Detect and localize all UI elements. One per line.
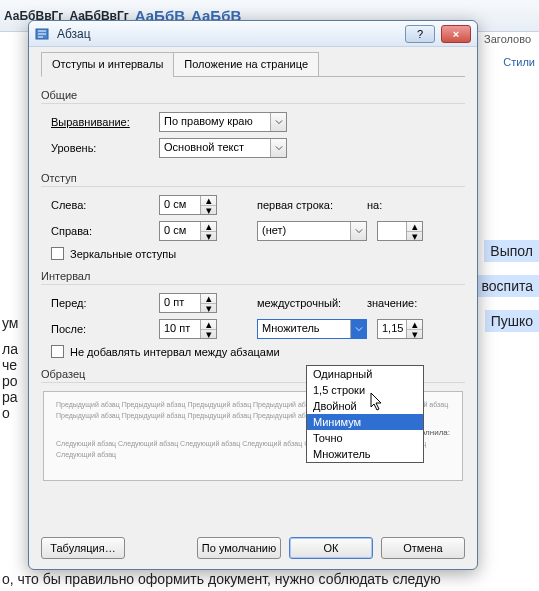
firstline-label: первая строка: [257, 199, 367, 211]
bg-highlighted-text: Выпол [484, 240, 539, 262]
spin-down-icon[interactable]: ▾ [201, 205, 216, 214]
linespacing-dropdown-list[interactable]: Одинарный 1,5 строки Двойной Минимум Точ… [306, 365, 424, 463]
value-label: значение: [367, 297, 427, 309]
section-general: Общие [41, 89, 465, 104]
chevron-down-icon [270, 113, 286, 131]
cancel-button[interactable]: Отмена [381, 537, 465, 559]
tab-strip: Отступы и интервалы Положение на страниц… [41, 51, 465, 77]
default-button[interactable]: По умолчанию [197, 537, 281, 559]
by-label: на: [367, 199, 407, 211]
styles-button[interactable]: Стили [503, 56, 535, 68]
bg-highlighted-text: воспита [475, 275, 539, 297]
spin-down-icon[interactable]: ▾ [407, 329, 422, 338]
linespacing-combo[interactable]: Множитель [257, 319, 367, 339]
bg-text: о, что бы правильно оформить документ, н… [2, 571, 441, 587]
dropdown-option[interactable]: Точно [307, 430, 423, 446]
by-spin[interactable]: ▴▾ [377, 221, 423, 241]
no-space-checkbox[interactable] [51, 345, 64, 358]
section-indent: Отступ [41, 172, 465, 187]
dropdown-option[interactable]: Двойной [307, 398, 423, 414]
indent-left-label: Слева: [51, 199, 159, 211]
bg-text: ум [2, 315, 18, 331]
before-spin[interactable]: 0 пт ▴▾ [159, 293, 217, 313]
chevron-down-icon [270, 139, 286, 157]
indent-right-spin[interactable]: 0 см ▴▾ [159, 221, 217, 241]
dropdown-option[interactable]: 1,5 строки [307, 382, 423, 398]
ok-button[interactable]: ОК [289, 537, 373, 559]
value-spin[interactable]: 1,15 ▴▾ [377, 319, 423, 339]
paragraph-dialog: Абзац ? × Отступы и интервалы Положение … [28, 20, 478, 570]
dialog-icon [35, 26, 51, 42]
bg-text: о [2, 405, 18, 421]
firstline-combo[interactable]: (нет) [257, 221, 367, 241]
mirror-checkbox[interactable] [51, 247, 64, 260]
bg-text: ра [2, 389, 18, 405]
mirror-label: Зеркальные отступы [70, 248, 176, 260]
section-spacing: Интервал [41, 270, 465, 285]
spin-down-icon[interactable]: ▾ [201, 231, 216, 240]
dialog-title: Абзац [57, 27, 399, 41]
tab-position[interactable]: Положение на странице [173, 52, 319, 77]
outline-label: Уровень: [51, 142, 159, 154]
bg-text: че [2, 357, 18, 373]
tab-indents[interactable]: Отступы и интервалы [41, 52, 174, 77]
close-button[interactable]: × [441, 25, 471, 43]
alignment-combo[interactable]: По правому краю [159, 112, 287, 132]
chevron-down-icon [350, 320, 366, 338]
bg-text: ро [2, 373, 18, 389]
before-label: Перед: [51, 297, 159, 309]
chevron-down-icon [350, 222, 366, 240]
dropdown-option-selected[interactable]: Минимум [307, 414, 423, 430]
spin-down-icon[interactable]: ▾ [201, 329, 216, 338]
dropdown-option[interactable]: Множитель [307, 446, 423, 462]
spin-down-icon[interactable]: ▾ [201, 303, 216, 312]
after-label: После: [51, 323, 159, 335]
bg-text: ла [2, 341, 18, 357]
titlebar[interactable]: Абзац ? × [29, 21, 477, 47]
after-spin[interactable]: 10 пт ▴▾ [159, 319, 217, 339]
tabs-button[interactable]: Табуляция… [41, 537, 125, 559]
alignment-label: Выравнивание: [51, 116, 159, 128]
outline-combo[interactable]: Основной текст [159, 138, 287, 158]
dropdown-option[interactable]: Одинарный [307, 366, 423, 382]
spin-down-icon[interactable]: ▾ [407, 231, 422, 240]
bg-highlighted-text: Пушко [485, 310, 539, 332]
indent-left-spin[interactable]: 0 см ▴▾ [159, 195, 217, 215]
no-space-label: Не добавлять интервал между абзацами [70, 346, 280, 358]
linespacing-label: междустрочный: [257, 297, 367, 309]
help-button[interactable]: ? [405, 25, 435, 43]
style-caption: Заголово [484, 33, 531, 45]
indent-right-label: Справа: [51, 225, 159, 237]
